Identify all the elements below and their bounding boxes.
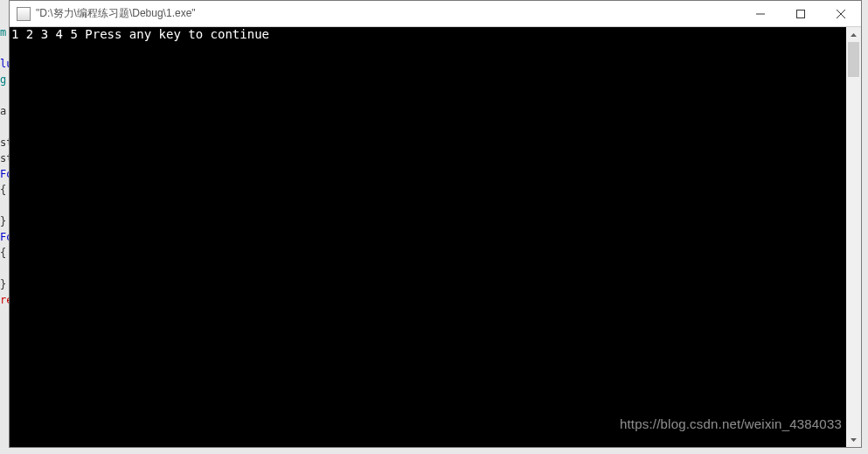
maximize-icon [796, 10, 805, 18]
scroll-down-button[interactable] [846, 432, 861, 447]
close-button[interactable] [821, 1, 861, 26]
scrollbar-thumb[interactable] [848, 42, 859, 77]
svg-rect-0 [797, 10, 805, 17]
vertical-scrollbar[interactable] [846, 27, 861, 447]
minimize-button[interactable] [740, 1, 781, 26]
close-icon [837, 10, 845, 18]
chevron-down-icon [851, 438, 857, 442]
console-window: "D:\努力\编程练习题\Debug\1.exe" 1 2 3 4 5 Pres… [9, 0, 862, 448]
window-controls [740, 1, 861, 26]
background-code-sliver: m lu g a st st Fo { } Fo { } re [0, 24, 9, 436]
scrollbar-track[interactable] [846, 42, 861, 432]
chevron-up-icon [851, 33, 857, 37]
app-icon [17, 7, 31, 21]
minimize-icon [756, 10, 765, 18]
console-client-area: 1 2 3 4 5 Press any key to continue http… [10, 27, 861, 447]
console-output[interactable]: 1 2 3 4 5 Press any key to continue [10, 27, 846, 447]
window-title: "D:\努力\编程练习题\Debug\1.exe" [36, 6, 196, 21]
maximize-button[interactable] [781, 1, 821, 26]
scroll-up-button[interactable] [846, 27, 861, 42]
titlebar[interactable]: "D:\努力\编程练习题\Debug\1.exe" [10, 1, 861, 27]
